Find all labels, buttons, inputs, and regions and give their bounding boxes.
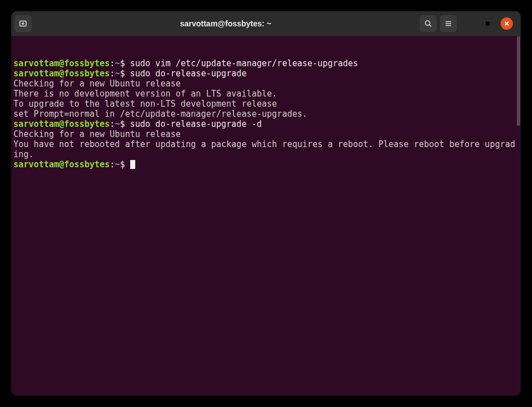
terminal-line: You have not rebooted after updating a p… bbox=[13, 139, 519, 159]
prompt-symbol: $ bbox=[120, 58, 130, 68]
maximize-icon bbox=[484, 20, 491, 27]
search-button[interactable] bbox=[420, 15, 437, 32]
terminal-window: sarvottam@fossbytes: ~ sarvottam@fossbyt… bbox=[11, 11, 521, 396]
prompt-path: ~ bbox=[115, 58, 120, 68]
terminal-line: There is no development version of an LT… bbox=[13, 89, 519, 99]
minimize-icon bbox=[466, 20, 473, 27]
terminal-line: sarvottam@fossbytes:~$ sudo vim /etc/upd… bbox=[13, 58, 519, 68]
prompt-colon: : bbox=[110, 68, 115, 79]
terminal-line: Checking for a new Ubuntu release bbox=[13, 129, 519, 139]
prompt-path: ~ bbox=[115, 68, 120, 79]
prompt-colon: : bbox=[110, 159, 115, 170]
output-text: To upgrade to the latest non-LTS develop… bbox=[13, 99, 282, 109]
scrollbar[interactable] bbox=[516, 36, 521, 396]
command-text: sudo do-release-upgrade bbox=[130, 68, 247, 79]
output-text: Checking for a new Ubuntu release bbox=[13, 79, 181, 89]
prompt-colon: : bbox=[110, 119, 115, 129]
svg-rect-9 bbox=[486, 22, 490, 26]
search-icon bbox=[424, 19, 433, 28]
close-button[interactable] bbox=[501, 17, 513, 30]
output-text: You have not rebooted after updating a p… bbox=[13, 139, 515, 159]
terminal-line: Checking for a new Ubuntu release bbox=[13, 79, 519, 89]
window-title: sarvottam@fossbytes: ~ bbox=[35, 19, 416, 28]
menu-button[interactable] bbox=[440, 15, 457, 32]
command-text: sudo vim /etc/update-manager/release-upg… bbox=[130, 58, 358, 68]
prompt-userhost: sarvottam@fossbytes bbox=[13, 58, 110, 68]
prompt-path: ~ bbox=[115, 159, 120, 170]
prompt-symbol: $ bbox=[120, 68, 130, 79]
new-tab-button[interactable] bbox=[15, 15, 31, 32]
terminal-body[interactable]: sarvottam@fossbytes:~$ sudo vim /etc/upd… bbox=[11, 36, 521, 396]
prompt-userhost: sarvottam@fossbytes bbox=[13, 119, 110, 129]
svg-line-4 bbox=[429, 25, 432, 27]
close-icon bbox=[503, 20, 510, 27]
prompt-path: ~ bbox=[115, 119, 120, 129]
terminal-line: sarvottam@fossbytes:~$ sudo do-release-u… bbox=[13, 119, 519, 129]
command-text: sudo do-release-upgrade -d bbox=[130, 119, 262, 129]
terminal-line: set Prompt=normal in /etc/update-manager… bbox=[13, 109, 519, 119]
titlebar: sarvottam@fossbytes: ~ bbox=[11, 11, 521, 36]
terminal-line: sarvottam@fossbytes:~$ sudo do-release-u… bbox=[13, 68, 519, 79]
terminal-line: To upgrade to the latest non-LTS develop… bbox=[13, 99, 519, 109]
minimize-button[interactable] bbox=[465, 19, 475, 29]
cursor bbox=[130, 160, 135, 169]
svg-point-3 bbox=[425, 21, 430, 25]
scrollbar-thumb[interactable] bbox=[517, 36, 520, 126]
prompt-symbol: $ bbox=[120, 119, 130, 129]
new-tab-icon bbox=[19, 19, 27, 28]
prompt-userhost: sarvottam@fossbytes bbox=[13, 68, 110, 79]
prompt-userhost: sarvottam@fossbytes bbox=[13, 159, 110, 170]
hamburger-icon bbox=[444, 19, 453, 28]
terminal-line: sarvottam@fossbytes:~$ bbox=[13, 159, 519, 170]
maximize-button[interactable] bbox=[483, 19, 493, 29]
prompt-symbol: $ bbox=[120, 159, 130, 170]
output-text: There is no development version of an LT… bbox=[13, 89, 277, 99]
window-controls bbox=[460, 17, 517, 30]
output-text: Checking for a new Ubuntu release bbox=[13, 129, 181, 139]
prompt-colon: : bbox=[110, 58, 115, 68]
output-text: set Prompt=normal in /etc/update-manager… bbox=[13, 109, 308, 119]
